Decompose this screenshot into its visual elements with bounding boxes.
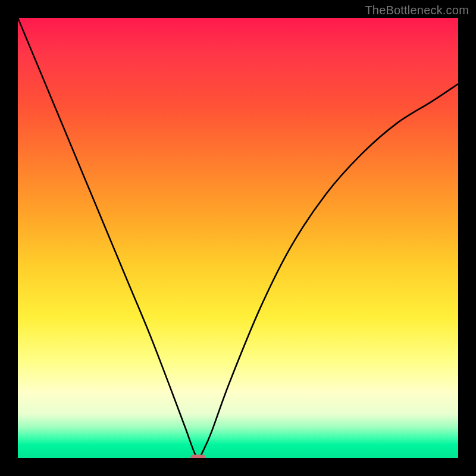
plot-area xyxy=(18,18,458,458)
curve-svg xyxy=(18,18,458,458)
minimum-marker xyxy=(190,455,206,458)
bottleneck-curve xyxy=(18,18,458,458)
outer-frame: TheBottleneck.com xyxy=(0,0,476,476)
watermark-text: TheBottleneck.com xyxy=(365,4,469,17)
